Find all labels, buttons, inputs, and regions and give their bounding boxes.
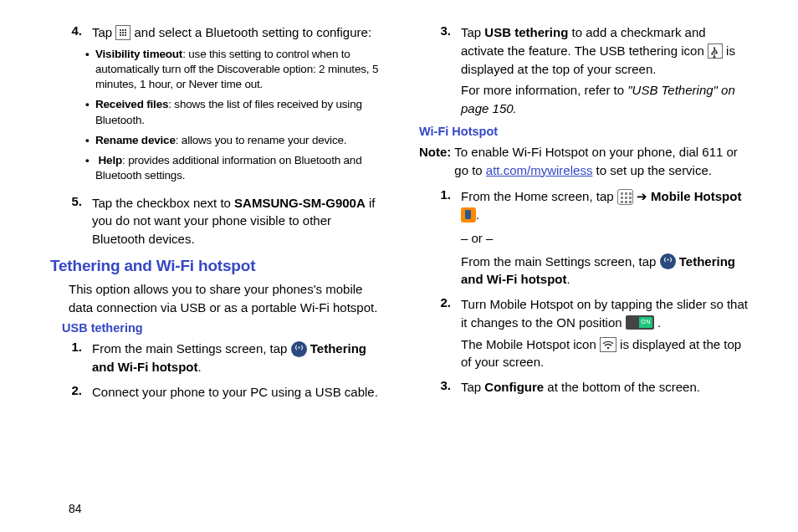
step-body: From the Home screen, tap ➔ Mobile Hotsp… [461,187,748,289]
svg-point-6 [607,346,610,349]
note-body: To enable Wi-Fi Hotspot on your phone, d… [454,143,748,180]
text: Turn Mobile Hotspot on by tapping the sl… [461,297,748,330]
step-number: 3. [431,378,451,396]
usb-step-2: 2. Connect your phone to your PC using a… [50,383,379,402]
usb-step-1: 1. From the main Settings screen, tap Te… [50,340,379,376]
or-separator: – or – [461,229,748,248]
wifi-step-3: 3. Tap Configure at the bottom of the sc… [419,378,748,396]
svg-point-2 [714,56,716,59]
bullet-body: Visibility timeout: use this setting to … [95,47,379,93]
text: For more information, refer to [461,83,627,97]
bullet-label: Received files [95,98,168,110]
wifi-hotspot-icon [600,337,616,352]
bullet-dot: • [85,133,95,148]
bullet-rename-device: • Rename device: allows you to rename yo… [85,133,379,148]
svg-rect-3 [715,52,717,54]
bullet-label: Rename device [95,134,176,146]
device-name: SAMSUNG-SM-G900A [234,196,366,210]
step-body: Connect your phone to your PC using a US… [92,383,379,402]
text: From the Home screen, tap [461,189,617,203]
intro-text: This option allows you to share your pho… [69,280,379,317]
bullet-body: Help: provides additional information on… [95,153,379,183]
bold-text: USB tethering [484,25,568,39]
wifi-step-2: 2. Turn Mobile Hotspot on by tapping the… [419,295,748,371]
line-2: The Mobile Hotspot icon is displayed at … [461,335,748,372]
text: Tap [461,380,484,394]
text: Tap [92,25,115,39]
svg-point-5 [667,259,668,261]
step-body: From the main Settings screen, tap Tethe… [92,340,379,376]
left-column: 4. Tap and select a Bluetooth setting to… [50,23,379,408]
text: From the main Settings screen, tap [92,341,291,356]
text: and select a Bluetooth setting to config… [130,25,371,39]
heading-usb-tethering: USB tethering [62,321,379,335]
tethering-circle-icon [291,341,307,357]
text: at the bottom of the screen. [544,380,700,394]
bullet-received-files: • Received files: shows the list of file… [85,97,379,127]
apps-grid-icon [617,189,633,205]
text: Tap the checkbox next to [92,196,234,210]
bold-text: Configure [484,380,544,394]
step-4: 4. Tap and select a Bluetooth setting to… [50,23,379,187]
note-block: Note: To enable Wi-Fi Hotspot on your ph… [419,143,748,180]
step-number: 1. [431,187,451,289]
step-body: Turn Mobile Hotspot on by tapping the sl… [461,295,748,371]
reference-line: For more information, refer to "USB Teth… [461,81,748,118]
step-number: 1. [62,340,82,376]
right-column: 3. Tap USB tethering to add a checkmark … [419,23,748,408]
svg-point-1 [714,47,715,49]
bullet-dot: • [85,97,95,127]
usb-icon [708,43,723,59]
heading-tethering: Tethering and Wi-Fi hotspot [50,257,379,275]
text: . [476,207,479,222]
step-5: 5. Tap the checkbox next to SAMSUNG-SM-G… [50,194,379,248]
bullet-body: Rename device: allows you to rename your… [95,133,379,148]
svg-point-4 [711,53,713,54]
menu-icon [115,25,130,40]
page-columns: 4. Tap and select a Bluetooth setting to… [50,23,748,408]
bullet-dot: • [85,153,95,183]
bullet-text: : provides additional information on Blu… [95,154,361,182]
text: From the main Settings screen, tap [461,254,660,269]
bullet-body: Received files: shows the list of files … [95,97,379,127]
step-number: 4. [62,23,82,187]
svg-point-0 [298,346,299,348]
arrow-icon: ➔ [633,189,651,203]
bullet-visibility-timeout: • Visibility timeout: use this setting t… [85,47,379,93]
step-body: Tap the checkbox next to SAMSUNG-SM-G900… [92,194,379,248]
text: The Mobile Hotspot icon [461,337,600,351]
step-body: Tap and select a Bluetooth setting to co… [92,23,379,187]
text: . [657,315,661,330]
page-number: 84 [69,502,82,515]
text: Tap [461,25,484,39]
mobile-hotspot-app-icon [461,207,476,223]
usb-step-3: 3. Tap USB tethering to add a checkmark … [419,23,748,118]
text: to set up the service. [592,163,712,177]
heading-wifi-hotspot: Wi-Fi Hotspot [419,125,748,138]
wifi-step-1: 1. From the Home screen, tap ➔ Mobile Ho… [419,187,748,289]
tethering-circle-icon [660,253,676,269]
bullet-label: Visibility timeout [95,48,182,60]
switch-on-icon [626,315,654,330]
step-number: 2. [431,295,451,371]
bold-text: Mobile Hotspot [651,189,741,203]
note-label: Note: [419,143,451,180]
step-number: 2. [62,383,82,402]
bullet-text: : allows you to rename your device. [176,134,347,146]
bullet-label: Help [99,154,122,166]
att-link[interactable]: att.com/mywireless [486,163,593,177]
text: . [198,360,202,374]
step-body: Tap USB tethering to add a checkmark and… [461,23,748,118]
step-number: 5. [62,194,82,248]
bullet-dot: • [85,47,95,93]
text: . [567,272,570,286]
step-number: 3. [431,23,451,118]
bullet-help: • Help: provides additional information … [85,153,379,183]
step-body: Tap Configure at the bottom of the scree… [461,378,748,396]
